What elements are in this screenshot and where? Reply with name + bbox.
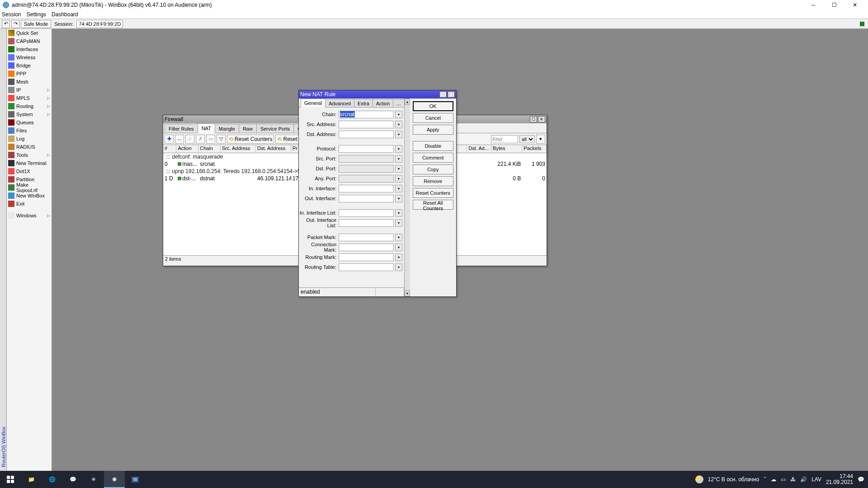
src_port-input[interactable] — [339, 155, 394, 163]
routing_mark-input[interactable] — [339, 253, 394, 261]
comment-button[interactable]: Comment — [413, 153, 453, 163]
column-header[interactable]: Src. Address — [221, 145, 256, 153]
action-center-icon[interactable]: 💬 — [858, 476, 864, 483]
reset-all-counters-button[interactable]: Reset All Counters — [413, 200, 453, 210]
sidebar-item-dot1x[interactable]: Dot1X — [7, 167, 52, 175]
out_iflist-input[interactable] — [339, 219, 394, 227]
nat-tab-action[interactable]: Action — [373, 99, 394, 107]
tab-filter-rules[interactable]: Filter Rules — [165, 124, 198, 133]
cancel-button[interactable]: Cancel — [413, 113, 453, 123]
filter-dropdown-button[interactable]: ▾ — [536, 135, 545, 144]
sidebar-item-windows[interactable]: Windows▷ — [7, 211, 52, 220]
safe-mode-button[interactable]: Safe Mode — [21, 20, 51, 28]
redo-button[interactable]: ↷ — [11, 20, 19, 28]
dropdown-arrow-icon[interactable]: ▾ — [395, 263, 402, 271]
scroll-down-icon[interactable]: ▾ — [405, 290, 410, 296]
tab-nat[interactable]: NAT — [198, 123, 215, 133]
routing_table-input[interactable] — [339, 263, 394, 271]
teams-icon[interactable]: 💬 — [62, 471, 83, 488]
filter-button[interactable]: ▽ — [217, 135, 226, 144]
sidebar-item-wireless[interactable]: Wireless — [7, 53, 52, 61]
in_iflist-input[interactable] — [339, 209, 394, 217]
tray-chevron-icon[interactable]: ˄ — [764, 476, 766, 483]
menu-dashboard[interactable]: Dashboard — [52, 11, 78, 18]
filter-scope-select[interactable]: all — [519, 135, 535, 143]
tray-onedrive-icon[interactable]: ☁ — [771, 476, 776, 483]
sidebar-item-radius[interactable]: RADIUS — [7, 143, 52, 151]
nat-tab-general[interactable]: General — [301, 99, 326, 108]
tab-raw[interactable]: Raw — [239, 124, 257, 133]
column-header[interactable]: Dst. Address — [256, 145, 291, 153]
sidebar-item-mpls[interactable]: MPLS▷ — [7, 94, 52, 102]
dropdown-arrow-icon[interactable]: ▾ — [395, 121, 402, 128]
dst_port-input[interactable] — [339, 165, 394, 173]
sidebar-item-log[interactable]: Log — [7, 135, 52, 143]
apply-button[interactable]: Apply — [413, 125, 453, 135]
sidebar-item-ppp[interactable]: PPP — [7, 70, 52, 78]
sidebar-item-interfaces[interactable]: Interfaces — [7, 45, 52, 53]
tray-network-icon[interactable]: 🖧 — [790, 476, 796, 483]
dropdown-arrow-icon[interactable]: ▾ — [395, 244, 402, 251]
sidebar-item-mesh[interactable]: Mesh — [7, 78, 52, 86]
sidebar-item-exit[interactable]: Exit — [7, 200, 52, 208]
dropdown-arrow-icon[interactable]: ▾ — [395, 155, 402, 163]
sidebar-item-ip[interactable]: IP▷ — [7, 86, 52, 94]
tray-battery-icon[interactable]: ▭ — [781, 476, 786, 483]
column-header[interactable]: Packets — [522, 145, 547, 153]
find-input[interactable] — [491, 135, 518, 143]
dropdown-arrow-icon[interactable]: ▾ — [395, 209, 402, 217]
dropdown-arrow-icon[interactable]: ▾ — [395, 219, 402, 227]
word-icon[interactable]: W — [125, 471, 146, 488]
sidebar-item-bridge[interactable]: Bridge — [7, 61, 52, 70]
add-button[interactable]: ✚ — [165, 135, 174, 144]
in_interface-input[interactable] — [339, 185, 394, 192]
column-header[interactable]: Bytes — [491, 145, 522, 153]
sidebar-item-queues[interactable]: Queues — [7, 118, 52, 127]
sidebar-item-make-supout-rif[interactable]: Make Supout.rif — [7, 183, 52, 192]
nat-tab-extra[interactable]: Extra — [354, 99, 373, 107]
sidebar-item-quick-set[interactable]: Quick Set — [7, 29, 52, 37]
edge-icon[interactable]: 🌐 — [42, 471, 62, 488]
file-explorer-icon[interactable]: 📁 — [21, 471, 42, 488]
out_interface-input[interactable] — [339, 195, 394, 202]
sidebar-rail[interactable]: RouterOS WinBox — [0, 29, 7, 471]
tray-volume-icon[interactable]: 🔊 — [800, 476, 807, 483]
ok-button[interactable]: OK — [413, 101, 453, 111]
dropdown-arrow-icon[interactable]: ▾ — [395, 185, 402, 192]
sidebar-item-routing[interactable]: Routing▷ — [7, 102, 52, 110]
undo-button[interactable]: ↶ — [2, 20, 10, 28]
scroll-up-icon[interactable]: ▴ — [405, 99, 410, 105]
firewall-restore-button[interactable]: ☐ — [530, 116, 537, 122]
copy-button[interactable]: Copy — [413, 164, 453, 174]
maximize-button[interactable]: ☐ — [824, 0, 844, 10]
dropdown-arrow-icon[interactable]: ▾ — [395, 145, 402, 153]
reset-all-counters-button[interactable]: ⟲ Reset — [275, 135, 299, 144]
slack-icon[interactable]: ✳ — [83, 471, 104, 488]
sidebar-item-capsman[interactable]: CAPsMAN — [7, 37, 52, 45]
dropdown-arrow-icon[interactable]: ▾ — [395, 131, 402, 138]
tray-language[interactable]: LAV — [811, 476, 821, 483]
dropdown-arrow-icon[interactable]: ▾ — [395, 253, 402, 261]
comment-button[interactable]: ▭ — [206, 135, 215, 144]
dropdown-arrow-icon[interactable]: ▾ — [395, 175, 402, 183]
remove-button[interactable]: Remove — [413, 176, 453, 186]
nat-form-scrollbar[interactable]: ▴ ▾ — [404, 99, 410, 296]
packet_mark-input[interactable] — [339, 234, 394, 241]
enable-button[interactable]: ✓ — [185, 135, 194, 144]
dropdown-arrow-icon[interactable]: ▾ — [395, 195, 402, 202]
winbox-taskbar-icon[interactable]: ◉ — [104, 471, 125, 488]
dropdown-arrow-icon[interactable]: ▾ — [395, 165, 402, 173]
nat-restore-button[interactable]: ☐ — [439, 91, 447, 98]
tab-service-ports[interactable]: Service Ports — [256, 124, 294, 133]
minimize-button[interactable]: ─ — [803, 0, 824, 10]
nat-tab-...[interactable]: ... — [393, 99, 404, 107]
column-header[interactable]: # — [163, 145, 176, 153]
column-header[interactable]: Action — [176, 145, 198, 153]
tab-mangle[interactable]: Mangle — [215, 124, 239, 133]
dropdown-arrow-icon[interactable]: ▾ — [395, 234, 402, 241]
close-button[interactable]: ✕ — [844, 0, 865, 10]
menu-session[interactable]: Session — [2, 11, 21, 18]
taskbar-clock[interactable]: 17:44 21.09.2021 — [826, 474, 853, 485]
nat-close-button[interactable]: ✕ — [448, 91, 455, 98]
disable-button[interactable]: ✗ — [196, 135, 205, 144]
